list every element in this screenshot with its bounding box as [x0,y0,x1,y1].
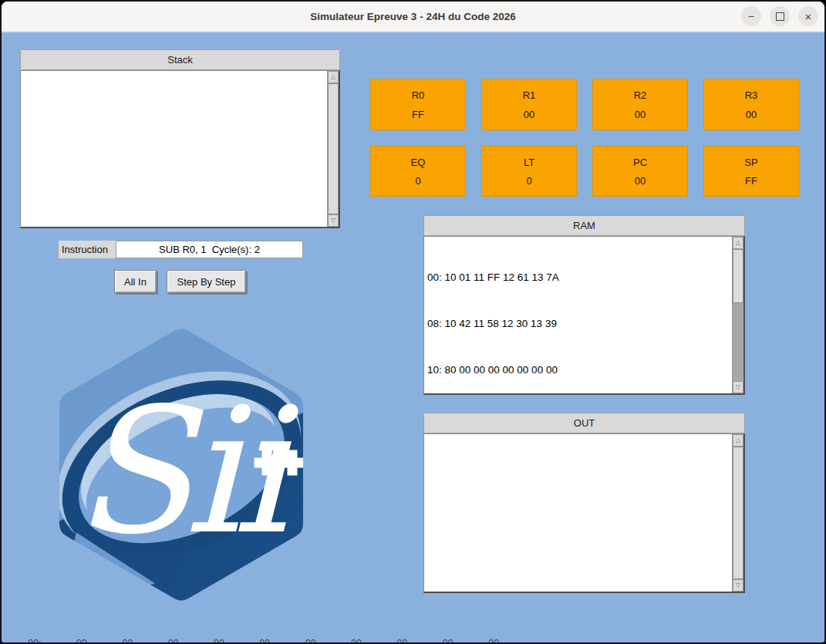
sii-plus-plus-logo: Sii [56,325,306,604]
stack-panel: Stack △ ▽ [20,49,340,228]
ram-line[interactable]: 08: 10 42 11 58 12 30 13 39 [427,316,743,332]
register-value: 00 [746,109,757,120]
register-name: EQ [411,157,426,168]
register-pc: PC 00 [592,146,688,197]
register-r2: R2 00 [592,79,688,130]
bottom-clipped-line: 00: 00 00 00 00 00 00 00 00 00 00 [28,639,722,642]
ram-listbox[interactable]: 00: 10 01 11 FF 12 61 13 7A 08: 10 42 11… [423,236,745,395]
out-panel: OUT △ ▽ [423,413,745,593]
minimize-button[interactable]: – [741,6,761,26]
register-sp: SP FF [703,146,799,197]
scroll-down-icon[interactable]: ▽ [733,579,743,592]
scroll-down-icon[interactable]: ▽ [328,214,339,227]
scroll-up-icon[interactable]: △ [328,71,339,83]
ram-lines: 00: 10 01 11 FF 12 61 13 7A 08: 10 42 11… [424,237,743,395]
out-panel-header: OUT [423,413,745,433]
ram-scrollbar[interactable]: △ ▽ [732,237,743,393]
register-r3: R3 00 [703,79,799,130]
out-panel-title: OUT [574,417,595,429]
maximize-icon [776,12,784,21]
register-lt: LT 0 [481,146,577,197]
register-eq: EQ 0 [370,146,466,197]
ram-panel: RAM 00: 10 01 11 FF 12 61 13 7A 08: 10 4… [423,215,745,395]
close-button[interactable]: × [798,6,818,26]
register-name: R1 [523,89,536,101]
register-r1: R1 00 [481,79,577,130]
scroll-down-icon[interactable]: ▽ [733,381,743,393]
stack-scrollbar[interactable]: △ ▽ [327,71,339,227]
register-value: 00 [524,109,534,120]
register-name: R2 [634,89,647,101]
stack-listbox[interactable]: △ ▽ [20,70,340,228]
register-value: 00 [635,175,646,187]
ram-scrollbar-thumb[interactable] [733,249,743,303]
register-name: R0 [412,89,425,101]
close-icon: × [805,11,812,22]
minimize-icon: – [748,11,754,21]
instruction-label: Instruction [59,241,116,258]
register-name: SP [744,157,757,168]
window-title: Simulateur Epreuve 3 - 24H du Code 2026 [310,11,515,22]
register-name: LT [524,157,534,168]
register-r0: R0 FF [370,79,466,130]
window-controls: – × [741,6,818,26]
register-value: 0 [526,175,531,187]
maximize-button[interactable] [770,6,790,26]
register-value: 0 [415,175,420,187]
out-listbox[interactable]: △ ▽ [423,433,745,593]
register-name: PC [633,157,647,168]
register-value: 00 [635,109,646,120]
register-value: FF [745,175,757,187]
out-scrollbar[interactable]: △ ▽ [732,434,743,592]
ram-line[interactable]: 00: 10 01 11 FF 12 61 13 7A [427,270,743,285]
stack-panel-title: Stack [167,54,193,66]
stack-panel-header: Stack [20,49,340,70]
register-value: FF [412,109,424,120]
stack-scrollbar-thumb[interactable] [328,83,339,214]
instruction-field[interactable]: SUB R0, 1 Cycle(s): 2 [116,241,303,258]
scroll-up-icon[interactable]: △ [733,434,743,447]
all-in-button[interactable]: All In [114,270,157,293]
titlebar[interactable]: Simulateur Epreuve 3 - 24H du Code 2026 … [2,2,824,33]
scroll-up-icon[interactable]: △ [733,237,743,249]
ram-panel-header: RAM [423,215,745,236]
ram-line[interactable]: 10: 80 00 00 00 00 00 00 00 [427,362,743,378]
register-name: R3 [745,89,758,101]
app-window: Simulateur Epreuve 3 - 24H du Code 2026 … [0,0,826,644]
out-scrollbar-thumb[interactable] [733,447,743,579]
ram-panel-title: RAM [573,220,595,231]
step-by-step-button[interactable]: Step By Step [167,270,246,293]
